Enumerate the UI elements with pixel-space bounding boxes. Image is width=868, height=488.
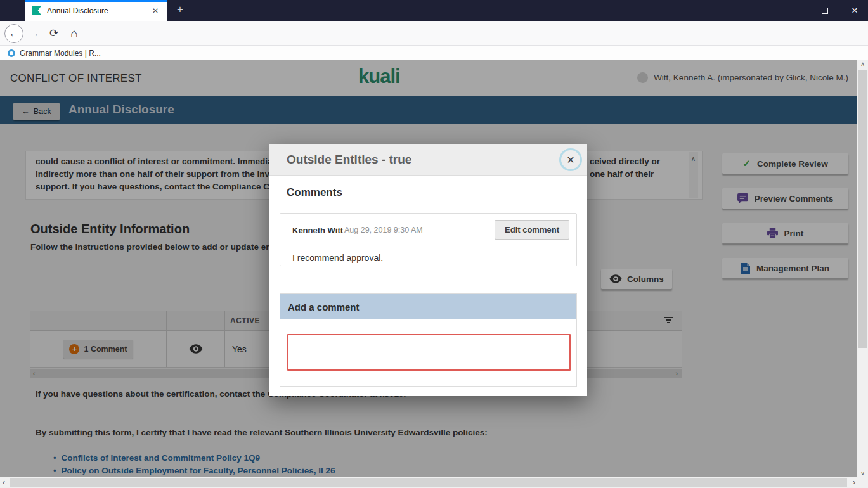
new-tab-button[interactable]: + <box>172 3 188 16</box>
tab-close-icon[interactable]: ✕ <box>149 5 162 16</box>
window-close-button[interactable]: ✕ <box>840 0 868 21</box>
back-arrow-icon: ← <box>4 24 23 43</box>
kuali-favicon-icon <box>32 6 41 15</box>
browser-tab[interactable]: Annual Disclosure ✕ <box>25 0 167 21</box>
scroll-left-icon[interactable]: ‹ <box>3 478 5 487</box>
comment-text: I recommend approval. <box>292 253 383 263</box>
scroll-down-icon[interactable]: ∨ <box>857 470 868 477</box>
bookmark-item[interactable]: Grammar Modules | R... <box>20 49 101 58</box>
browser-navbar: ← → ⟳ ⌂ ⓘ https://siue-sbx.kuali.co/coi/… <box>0 21 868 46</box>
scroll-up-icon[interactable]: ∧ <box>857 61 868 67</box>
browser-titlebar: Annual Disclosure ✕ + — ✕ <box>0 0 868 21</box>
comment-textarea[interactable] <box>287 334 571 371</box>
window-minimize-button[interactable]: — <box>781 0 810 21</box>
comment-timestamp: Aug 29, 2019 9:30 AM <box>344 226 423 234</box>
bookmarks-bar: Grammar Modules | R... <box>0 46 868 60</box>
horizontal-scrollbar[interactable]: ‹ › <box>0 477 868 488</box>
home-button[interactable]: ⌂ <box>65 21 84 46</box>
modal-close-button[interactable]: ✕ <box>559 148 582 171</box>
maximize-icon <box>822 8 828 14</box>
scrollbar-thumb[interactable] <box>10 478 847 487</box>
active-tab-accent <box>25 0 167 2</box>
add-comment-section: Add a comment <box>280 293 577 387</box>
close-icon: ✕ <box>566 154 574 166</box>
forward-button[interactable]: → <box>25 21 43 46</box>
outside-entities-modal: Outside Entities - true ✕ Comments Kenne… <box>269 144 587 396</box>
scroll-right-icon[interactable]: › <box>853 478 855 487</box>
comment-author: Kenneth Witt <box>292 226 343 235</box>
tab-title: Annual Disclosure <box>47 6 149 15</box>
edit-comment-button[interactable]: Edit comment <box>495 220 569 240</box>
add-comment-heading: Add a comment <box>280 294 576 319</box>
comment-card: Kenneth Witt Aug 29, 2019 9:30 AM Edit c… <box>280 213 577 266</box>
modal-header: Outside Entities - true ✕ <box>269 144 587 176</box>
modal-title: Outside Entities - true <box>287 153 411 167</box>
back-button[interactable]: ← <box>4 21 24 46</box>
browser-window: Annual Disclosure ✕ + — ✕ ← → ⟳ ⌂ ⓘ http… <box>0 0 868 488</box>
bookmark-favicon-icon <box>8 49 15 57</box>
divider <box>287 380 571 380</box>
window-maximize-button[interactable] <box>810 0 839 21</box>
comments-heading: Comments <box>287 186 342 199</box>
scrollbar-thumb[interactable] <box>858 70 867 348</box>
reload-button[interactable]: ⟳ <box>44 21 63 46</box>
